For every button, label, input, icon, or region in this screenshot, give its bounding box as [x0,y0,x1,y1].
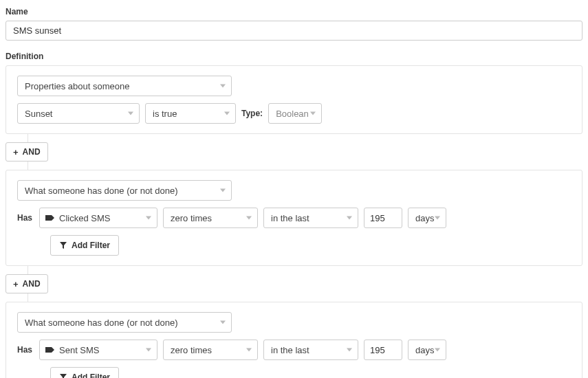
chevron-down-icon [146,348,151,352]
condition-kind-select[interactable]: What someone has done (or not done) [17,312,232,333]
operator-value: is true [153,109,177,119]
name-label: Name [6,7,582,16]
range-select[interactable]: in the last [263,340,358,360]
type-label: Type: [241,109,263,118]
add-filter-button[interactable]: Add Filter [50,367,119,378]
tag-icon [45,214,55,221]
connector-line [28,134,28,142]
and-button[interactable]: + AND [6,142,48,162]
chevron-down-icon [146,216,151,220]
type-value: Boolean [276,109,309,119]
and-label: AND [23,279,41,289]
add-filter-label: Add Filter [72,373,110,378]
condition-block-properties: Properties about someone Sunset is true … [6,65,582,134]
count-input[interactable] [364,340,402,360]
property-value: Sunset [25,109,52,119]
has-label: Has [17,213,32,223]
funnel-icon [59,373,67,378]
and-label: AND [23,147,41,157]
chevron-down-icon [246,348,252,352]
plus-icon: + [13,148,19,157]
connector-line [28,293,28,302]
chevron-down-icon [128,112,133,115]
event-value: Sent SMS [59,345,100,355]
has-label: Has [17,345,32,355]
condition-kind-value: What someone has done (or not done) [25,318,178,328]
condition-kind-select[interactable]: What someone has done (or not done) [17,180,232,201]
name-input[interactable] [6,21,582,41]
condition-kind-value: Properties about someone [25,81,129,91]
event-select[interactable]: Clicked SMS [39,208,157,228]
tag-icon [45,346,55,353]
funnel-icon [59,241,67,249]
and-button[interactable]: + AND [6,274,48,293]
chevron-down-icon [224,112,230,115]
unit-select[interactable]: days [408,208,446,228]
event-value: Clicked SMS [59,213,110,223]
chevron-down-icon [220,85,226,88]
plus-icon: + [13,280,19,289]
count-input[interactable] [364,208,402,228]
unit-select[interactable]: days [408,340,446,360]
range-value: in the last [271,213,309,223]
add-filter-button[interactable]: Add Filter [50,235,119,256]
add-filter-label: Add Filter [72,241,110,250]
times-value: zero times [171,213,212,223]
connector-line [28,162,28,170]
range-select[interactable]: in the last [263,208,358,228]
chevron-down-icon [246,216,252,220]
event-select[interactable]: Sent SMS [39,340,157,360]
times-value: zero times [171,345,212,355]
chevron-down-icon [310,112,316,115]
chevron-down-icon [220,189,226,192]
times-select[interactable]: zero times [163,208,258,228]
range-value: in the last [271,345,309,355]
chevron-down-icon [435,216,440,220]
chevron-down-icon [435,348,440,352]
unit-value: days [415,213,434,223]
unit-value: days [415,345,434,355]
chevron-down-icon [220,321,226,324]
chevron-down-icon [347,216,352,220]
definition-label: Definition [6,52,582,61]
condition-block-action-2: What someone has done (or not done) Has … [6,302,582,378]
operator-select[interactable]: is true [145,103,236,124]
condition-kind-select[interactable]: Properties about someone [17,76,232,96]
times-select[interactable]: zero times [163,340,258,360]
chevron-down-icon [347,348,352,352]
property-select[interactable]: Sunset [17,103,140,124]
condition-block-action-1: What someone has done (or not done) Has … [6,170,582,266]
type-select[interactable]: Boolean [268,103,322,124]
connector-line [28,266,28,274]
condition-kind-value: What someone has done (or not done) [25,186,178,196]
